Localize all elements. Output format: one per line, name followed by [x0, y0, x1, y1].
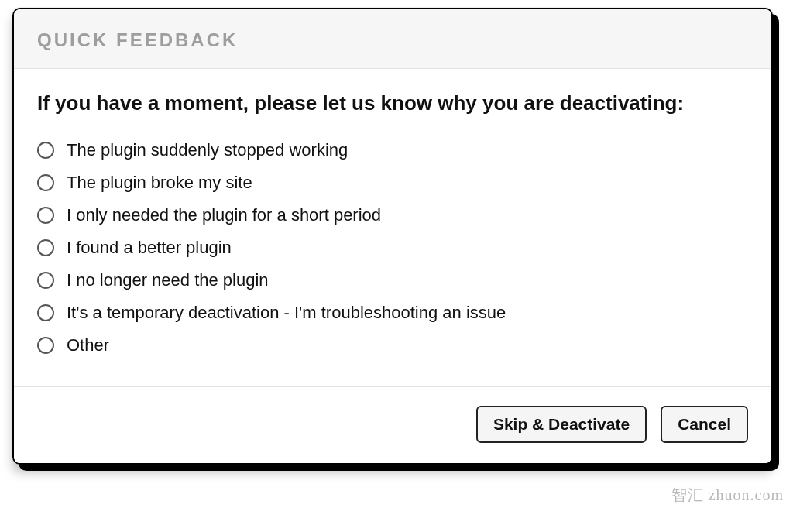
option-label: I no longer need the plugin	[67, 270, 269, 290]
radio-icon	[37, 142, 54, 159]
feedback-modal: QUICK FEEDBACK If you have a moment, ple…	[12, 8, 773, 465]
option-broke-site[interactable]: The plugin broke my site	[37, 173, 748, 193]
radio-icon	[37, 207, 54, 224]
option-label: I found a better plugin	[67, 238, 232, 258]
option-short-period[interactable]: I only needed the plugin for a short per…	[37, 205, 748, 225]
option-label: I only needed the plugin for a short per…	[67, 205, 381, 225]
option-label: Other	[67, 335, 109, 355]
options-list: The plugin suddenly stopped working The …	[37, 140, 748, 355]
modal-title: QUICK FEEDBACK	[37, 29, 748, 51]
cancel-button[interactable]: Cancel	[661, 406, 748, 443]
option-label: It's a temporary deactivation - I'm trou…	[67, 303, 506, 323]
radio-icon	[37, 272, 54, 289]
skip-deactivate-button[interactable]: Skip & Deactivate	[476, 406, 647, 443]
radio-icon	[37, 337, 54, 354]
radio-icon	[37, 304, 54, 321]
radio-icon	[37, 174, 54, 191]
feedback-question: If you have a moment, please let us know…	[37, 91, 748, 117]
option-found-better[interactable]: I found a better plugin	[37, 238, 748, 258]
modal-body: If you have a moment, please let us know…	[14, 69, 771, 386]
option-label: The plugin broke my site	[67, 173, 252, 193]
option-no-longer-need[interactable]: I no longer need the plugin	[37, 270, 748, 290]
modal-header: QUICK FEEDBACK	[14, 9, 771, 69]
radio-icon	[37, 239, 54, 256]
option-other[interactable]: Other	[37, 335, 748, 355]
watermark-text: 智汇 zhuon.com	[671, 485, 784, 506]
option-label: The plugin suddenly stopped working	[67, 140, 348, 160]
option-temporary-deactivation[interactable]: It's a temporary deactivation - I'm trou…	[37, 303, 748, 323]
option-stopped-working[interactable]: The plugin suddenly stopped working	[37, 140, 748, 160]
modal-footer: Skip & Deactivate Cancel	[14, 386, 771, 463]
